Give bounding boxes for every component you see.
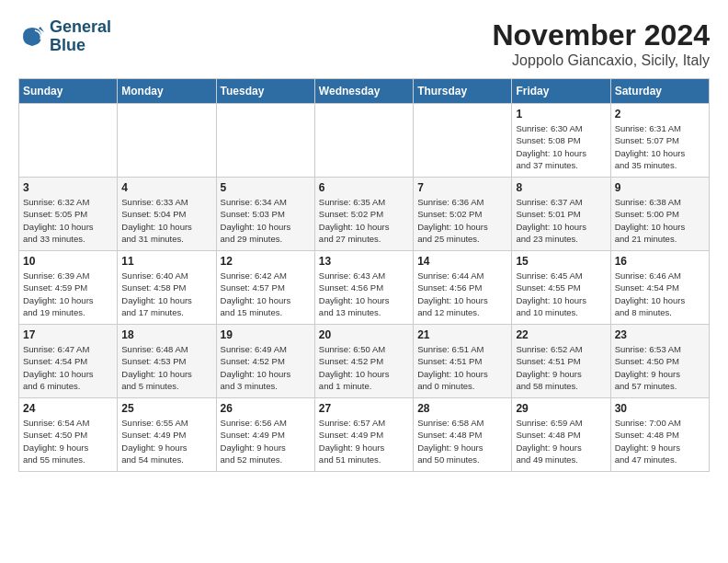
day-number: 17 — [23, 328, 113, 341]
cell-info: Sunrise: 6:46 AM Sunset: 4:54 PM Dayligh… — [615, 270, 705, 318]
cell-info: Sunrise: 6:56 AM Sunset: 4:49 PM Dayligh… — [221, 417, 311, 465]
weekday-header: Wednesday — [314, 79, 413, 104]
calendar-week-row: 24Sunrise: 6:54 AM Sunset: 4:50 PM Dayli… — [19, 398, 710, 472]
calendar-week-row: 1Sunrise: 6:30 AM Sunset: 5:08 PM Daylig… — [19, 104, 710, 178]
cell-info: Sunrise: 6:39 AM Sunset: 4:59 PM Dayligh… — [23, 270, 113, 318]
day-number: 24 — [23, 402, 113, 415]
day-number: 16 — [615, 255, 705, 268]
calendar-week-row: 10Sunrise: 6:39 AM Sunset: 4:59 PM Dayli… — [19, 251, 710, 325]
calendar-cell: 12Sunrise: 6:42 AM Sunset: 4:57 PM Dayli… — [216, 251, 314, 325]
calendar-cell: 29Sunrise: 6:59 AM Sunset: 4:48 PM Dayli… — [512, 398, 610, 472]
cell-info: Sunrise: 6:53 AM Sunset: 4:50 PM Dayligh… — [615, 343, 705, 392]
calendar-cell: 26Sunrise: 6:56 AM Sunset: 4:49 PM Dayli… — [216, 398, 314, 472]
cell-info: Sunrise: 6:45 AM Sunset: 4:55 PM Dayligh… — [516, 270, 606, 318]
cell-info: Sunrise: 6:49 AM Sunset: 4:52 PM Dayligh… — [221, 343, 311, 392]
calendar-cell — [414, 104, 512, 178]
logo-line1: General — [50, 18, 111, 37]
calendar-cell: 5Sunrise: 6:34 AM Sunset: 5:03 PM Daylig… — [216, 178, 314, 251]
weekday-header: Friday — [512, 79, 610, 104]
calendar-cell: 6Sunrise: 6:35 AM Sunset: 5:02 PM Daylig… — [314, 178, 413, 251]
cell-info: Sunrise: 6:33 AM Sunset: 5:04 PM Dayligh… — [121, 196, 211, 245]
day-number: 30 — [615, 402, 705, 415]
cell-info: Sunrise: 6:47 AM Sunset: 4:54 PM Dayligh… — [23, 343, 113, 392]
cell-info: Sunrise: 6:48 AM Sunset: 4:53 PM Dayligh… — [121, 343, 211, 392]
title-block: November 2024 Joppolo Giancaxio, Sicily,… — [492, 18, 710, 69]
calendar-cell: 30Sunrise: 7:00 AM Sunset: 4:48 PM Dayli… — [610, 398, 709, 472]
day-number: 14 — [417, 255, 507, 268]
day-number: 19 — [221, 328, 311, 341]
calendar-cell: 15Sunrise: 6:45 AM Sunset: 4:55 PM Dayli… — [512, 251, 610, 325]
day-number: 21 — [417, 328, 507, 341]
day-number: 5 — [221, 181, 311, 194]
day-number: 12 — [221, 255, 311, 268]
location-title: Joppolo Giancaxio, Sicily, Italy — [492, 52, 710, 69]
calendar-cell: 25Sunrise: 6:55 AM Sunset: 4:49 PM Dayli… — [118, 398, 216, 472]
cell-info: Sunrise: 6:40 AM Sunset: 4:58 PM Dayligh… — [121, 270, 211, 318]
weekday-header: Sunday — [19, 79, 118, 104]
calendar-week-row: 3Sunrise: 6:32 AM Sunset: 5:05 PM Daylig… — [19, 178, 710, 251]
cell-info: Sunrise: 6:37 AM Sunset: 5:01 PM Dayligh… — [516, 196, 606, 245]
calendar-cell: 4Sunrise: 6:33 AM Sunset: 5:04 PM Daylig… — [118, 178, 216, 251]
day-number: 9 — [615, 181, 705, 194]
calendar-cell — [216, 104, 314, 178]
calendar-table: SundayMondayTuesdayWednesdayThursdayFrid… — [18, 78, 710, 472]
cell-info: Sunrise: 6:57 AM Sunset: 4:49 PM Dayligh… — [319, 417, 409, 465]
day-number: 13 — [319, 255, 409, 268]
calendar-cell: 21Sunrise: 6:51 AM Sunset: 4:51 PM Dayli… — [414, 325, 512, 398]
calendar-cell: 9Sunrise: 6:38 AM Sunset: 5:00 PM Daylig… — [610, 178, 709, 251]
calendar-cell: 10Sunrise: 6:39 AM Sunset: 4:59 PM Dayli… — [19, 251, 118, 325]
calendar-cell: 22Sunrise: 6:52 AM Sunset: 4:51 PM Dayli… — [512, 325, 610, 398]
month-title: November 2024 — [492, 18, 710, 52]
calendar-cell: 16Sunrise: 6:46 AM Sunset: 4:54 PM Dayli… — [610, 251, 709, 325]
weekday-header: Saturday — [610, 79, 709, 104]
page-header: General Blue November 2024 Joppolo Gianc… — [18, 18, 710, 69]
calendar-cell: 14Sunrise: 6:44 AM Sunset: 4:56 PM Dayli… — [414, 251, 512, 325]
calendar-cell: 24Sunrise: 6:54 AM Sunset: 4:50 PM Dayli… — [19, 398, 118, 472]
cell-info: Sunrise: 6:54 AM Sunset: 4:50 PM Dayligh… — [23, 417, 113, 465]
calendar-cell: 27Sunrise: 6:57 AM Sunset: 4:49 PM Dayli… — [314, 398, 413, 472]
weekday-header: Tuesday — [216, 79, 314, 104]
cell-info: Sunrise: 6:59 AM Sunset: 4:48 PM Dayligh… — [516, 417, 606, 465]
calendar-cell: 23Sunrise: 6:53 AM Sunset: 4:50 PM Dayli… — [610, 325, 709, 398]
day-number: 28 — [417, 402, 507, 415]
cell-info: Sunrise: 6:55 AM Sunset: 4:49 PM Dayligh… — [121, 417, 211, 465]
calendar-cell — [19, 104, 118, 178]
cell-info: Sunrise: 6:38 AM Sunset: 5:00 PM Dayligh… — [615, 196, 705, 245]
cell-info: Sunrise: 6:58 AM Sunset: 4:48 PM Dayligh… — [417, 417, 507, 465]
cell-info: Sunrise: 6:32 AM Sunset: 5:05 PM Dayligh… — [23, 196, 113, 245]
calendar-week-row: 17Sunrise: 6:47 AM Sunset: 4:54 PM Dayli… — [19, 325, 710, 398]
day-number: 2 — [615, 108, 705, 121]
cell-info: Sunrise: 6:52 AM Sunset: 4:51 PM Dayligh… — [516, 343, 606, 392]
calendar-cell: 13Sunrise: 6:43 AM Sunset: 4:56 PM Dayli… — [314, 251, 413, 325]
cell-info: Sunrise: 6:51 AM Sunset: 4:51 PM Dayligh… — [417, 343, 507, 392]
cell-info: Sunrise: 6:50 AM Sunset: 4:52 PM Dayligh… — [319, 343, 409, 392]
calendar-cell: 28Sunrise: 6:58 AM Sunset: 4:48 PM Dayli… — [414, 398, 512, 472]
calendar-cell: 19Sunrise: 6:49 AM Sunset: 4:52 PM Dayli… — [216, 325, 314, 398]
logo: General Blue — [18, 18, 111, 55]
logo-icon — [18, 23, 46, 51]
calendar-cell: 11Sunrise: 6:40 AM Sunset: 4:58 PM Dayli… — [118, 251, 216, 325]
day-number: 26 — [221, 402, 311, 415]
weekday-header: Thursday — [414, 79, 512, 104]
day-number: 10 — [23, 255, 113, 268]
cell-info: Sunrise: 6:30 AM Sunset: 5:08 PM Dayligh… — [516, 122, 606, 171]
weekday-header: Monday — [118, 79, 216, 104]
cell-info: Sunrise: 6:43 AM Sunset: 4:56 PM Dayligh… — [319, 270, 409, 318]
cell-info: Sunrise: 6:31 AM Sunset: 5:07 PM Dayligh… — [615, 122, 705, 171]
calendar-cell: 1Sunrise: 6:30 AM Sunset: 5:08 PM Daylig… — [512, 104, 610, 178]
cell-info: Sunrise: 6:36 AM Sunset: 5:02 PM Dayligh… — [417, 196, 507, 245]
day-number: 18 — [121, 328, 211, 341]
day-number: 23 — [615, 328, 705, 341]
cell-info: Sunrise: 6:42 AM Sunset: 4:57 PM Dayligh… — [221, 270, 311, 318]
day-number: 25 — [121, 402, 211, 415]
day-number: 15 — [516, 255, 606, 268]
day-number: 11 — [121, 255, 211, 268]
day-number: 3 — [23, 181, 113, 194]
calendar-header-row: SundayMondayTuesdayWednesdayThursdayFrid… — [19, 79, 710, 104]
calendar-body: 1Sunrise: 6:30 AM Sunset: 5:08 PM Daylig… — [19, 104, 710, 472]
logo-text: General Blue — [50, 18, 111, 55]
calendar-cell: 7Sunrise: 6:36 AM Sunset: 5:02 PM Daylig… — [414, 178, 512, 251]
day-number: 1 — [516, 108, 606, 121]
day-number: 22 — [516, 328, 606, 341]
calendar-cell: 17Sunrise: 6:47 AM Sunset: 4:54 PM Dayli… — [19, 325, 118, 398]
